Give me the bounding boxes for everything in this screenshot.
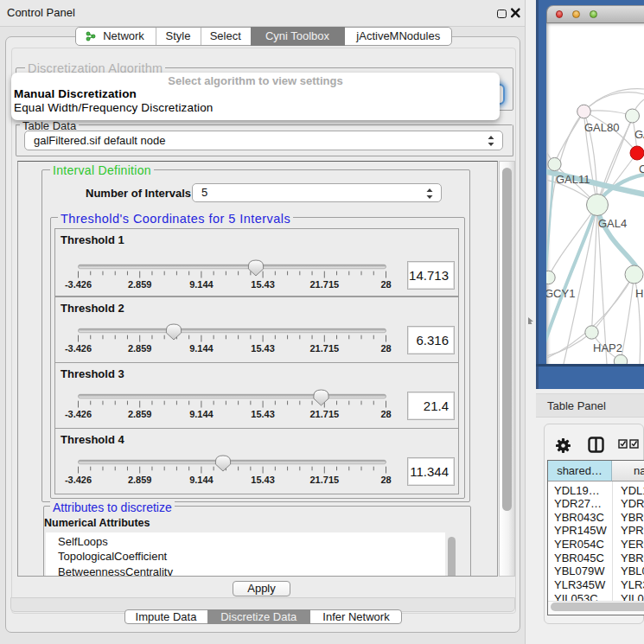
svg-text:21.715: 21.715 [309,475,339,485]
svg-text:HAP2: HAP2 [593,341,622,354]
svg-text:GAL: GAL [634,128,644,141]
svg-text:-3.426: -3.426 [65,409,92,419]
svg-text:2.859: 2.859 [128,279,152,290]
svg-text:C: C [639,163,644,175]
svg-text:28: 28 [380,279,391,290]
svg-text:GAL80: GAL80 [584,121,619,134]
svg-text:21.715: 21.715 [309,343,339,354]
svg-text:2.859: 2.859 [128,409,152,419]
svg-text:21.715: 21.715 [309,409,339,419]
svg-text:GAL11: GAL11 [556,173,590,186]
svg-text:2.859: 2.859 [128,475,152,485]
svg-text:H: H [635,287,643,300]
svg-text:2.859: 2.859 [128,343,152,354]
svg-text:9.144: 9.144 [189,475,214,485]
svg-text:GCY1: GCY1 [546,287,575,300]
svg-text:15.43: 15.43 [251,475,275,485]
svg-text:15.43: 15.43 [251,279,275,290]
svg-text:9.144: 9.144 [189,409,214,419]
svg-text:21.715: 21.715 [309,279,339,290]
svg-text:-3.426: -3.426 [65,343,92,354]
svg-text:28: 28 [380,409,391,419]
svg-text:9.144: 9.144 [189,279,214,290]
svg-text:-3.426: -3.426 [65,475,92,485]
svg-text:15.43: 15.43 [251,409,275,419]
svg-text:-3.426: -3.426 [65,279,92,290]
svg-text:9.144: 9.144 [189,343,214,354]
svg-text:28: 28 [380,475,391,485]
svg-text:15.43: 15.43 [251,343,275,354]
svg-text:GAL4: GAL4 [598,217,627,230]
svg-text:28: 28 [380,343,391,354]
